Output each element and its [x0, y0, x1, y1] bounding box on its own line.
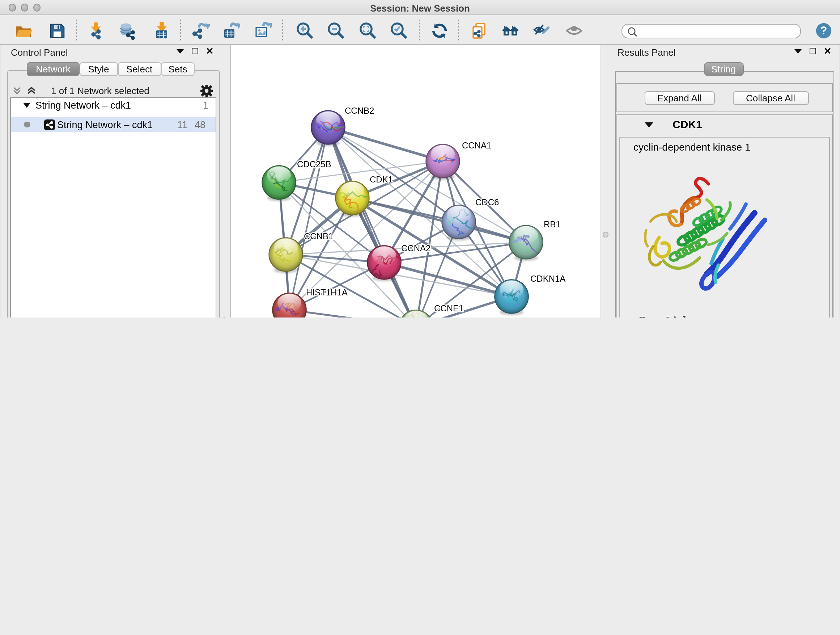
svg-text:CDK1: CDK1	[369, 174, 393, 184]
svg-text:CDC6: CDC6	[475, 197, 499, 207]
svg-text:CCNA1: CCNA1	[462, 141, 491, 150]
svg-text:CDKN1A: CDKN1A	[530, 274, 565, 283]
svg-text:?: ?	[821, 24, 827, 37]
svg-text:CCNE1: CCNE1	[434, 303, 463, 313]
svg-text:CCNA2: CCNA2	[401, 243, 430, 253]
svg-text:CDC25B: CDC25B	[297, 159, 331, 169]
svg-text:CCNB1: CCNB1	[303, 231, 333, 241]
svg-text:CCNB2: CCNB2	[344, 106, 374, 116]
svg-text:RB1: RB1	[543, 219, 561, 229]
svg-text:HIST1H1A: HIST1H1A	[306, 287, 347, 297]
